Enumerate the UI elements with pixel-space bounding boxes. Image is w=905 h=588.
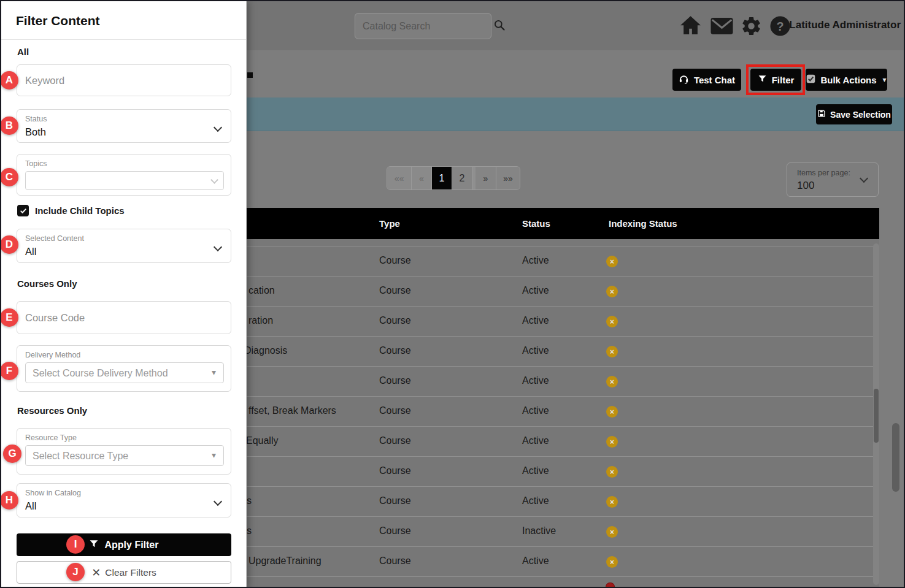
row-status: Active bbox=[522, 255, 549, 266]
resource-type-label: Resource Type bbox=[25, 433, 77, 442]
column-header-indexing-status: Indexing Status bbox=[609, 218, 677, 229]
items-per-page-select[interactable]: Items per page: 100 bbox=[787, 162, 879, 197]
chevron-down-icon bbox=[214, 243, 222, 251]
test-chat-button[interactable]: Test Chat bbox=[672, 69, 741, 91]
row-name-fragment: UpgradeTraining bbox=[248, 556, 322, 567]
pagination-last-button[interactable]: »» bbox=[496, 167, 520, 189]
table-row[interactable]: ffset, Break Markers Course Active × bbox=[247, 397, 879, 427]
pagination-page-1-button[interactable]: 1 bbox=[432, 167, 452, 189]
help-icon[interactable]: ? bbox=[769, 15, 791, 39]
resource-type-select[interactable]: Select Resource Type ▾ bbox=[25, 445, 224, 466]
row-status: Active bbox=[522, 495, 549, 506]
checkbox-checked-icon[interactable] bbox=[17, 205, 29, 216]
include-child-topics-checkbox-row[interactable]: Include Child Topics bbox=[17, 205, 125, 216]
table-row[interactable]: cation Course Active × bbox=[247, 277, 879, 307]
table-scrollbar-thumb[interactable] bbox=[874, 389, 879, 443]
table-row[interactable]: Diagnosis Course Active × bbox=[247, 337, 879, 367]
row-name-fragment: ration bbox=[248, 315, 273, 326]
topics-select[interactable] bbox=[25, 171, 224, 190]
table-row[interactable]: Course Active × bbox=[247, 246, 879, 277]
row-type: Course bbox=[379, 465, 411, 476]
row-status: Active bbox=[522, 405, 549, 416]
row-type: Course bbox=[379, 495, 411, 506]
checkbox-icon bbox=[806, 74, 815, 85]
bulk-actions-button[interactable]: Bulk Actions ▾ bbox=[806, 69, 887, 91]
selected-content-dropdown[interactable]: Selected Content All bbox=[17, 229, 231, 263]
row-type: Course bbox=[379, 405, 411, 416]
pagination: «« « 1 2 » »» bbox=[387, 166, 520, 190]
keyword-field[interactable] bbox=[17, 64, 231, 96]
show-in-catalog-dropdown[interactable]: Show in Catalog All bbox=[17, 483, 231, 517]
home-icon[interactable] bbox=[680, 15, 701, 38]
row-status: Active bbox=[522, 556, 549, 567]
indexing-not-indexed-icon: × bbox=[606, 496, 618, 508]
filter-funnel-icon bbox=[89, 539, 99, 551]
bulk-actions-label: Bulk Actions bbox=[820, 75, 876, 85]
row-status: Active bbox=[522, 375, 549, 386]
row-type: Course bbox=[379, 525, 411, 536]
table-row[interactable]: Course Active × bbox=[247, 367, 879, 397]
selected-content-value: All bbox=[25, 246, 36, 258]
indexing-not-indexed-icon: × bbox=[606, 316, 618, 327]
table-row[interactable]: Equally Course Active × bbox=[247, 427, 879, 457]
indexing-not-indexed-icon: × bbox=[606, 376, 618, 388]
chevron-down-icon bbox=[214, 497, 222, 506]
table-row[interactable]: ration Course Active × bbox=[247, 307, 879, 337]
delivery-method-select[interactable]: Select Course Delivery Method ▾ bbox=[25, 362, 224, 383]
items-per-page-value: 100 bbox=[797, 180, 814, 192]
catalog-search-input[interactable] bbox=[355, 21, 493, 32]
row-name-fragment: Equally bbox=[247, 435, 278, 446]
apply-filter-button[interactable]: Apply Filter bbox=[17, 533, 231, 556]
delivery-method-placeholder: Select Course Delivery Method bbox=[33, 368, 168, 379]
clear-filters-label: Clear Filters bbox=[105, 567, 156, 578]
keyword-input[interactable] bbox=[17, 65, 231, 96]
search-icon[interactable] bbox=[493, 19, 506, 34]
table-row[interactable]: s Course Inactive × bbox=[247, 517, 879, 547]
row-name-fragment: s bbox=[247, 525, 252, 536]
table-row[interactable]: s Course Active × bbox=[247, 487, 879, 517]
indexing-not-indexed-icon: × bbox=[606, 256, 618, 267]
course-code-field[interactable] bbox=[17, 301, 231, 334]
mail-icon[interactable] bbox=[711, 18, 733, 37]
page-scrollbar-thumb[interactable] bbox=[892, 423, 899, 492]
pagination-page-2-button[interactable]: 2 bbox=[452, 167, 472, 189]
table-row[interactable]: Course Active × bbox=[247, 457, 879, 487]
table-row-clipped-top bbox=[247, 239, 879, 246]
page-title-clipped-fragment bbox=[247, 72, 253, 78]
svg-text:?: ? bbox=[776, 20, 784, 33]
table-row[interactable]: UpgradeTraining Course Active × bbox=[247, 547, 879, 577]
indexing-not-indexed-icon: × bbox=[606, 346, 618, 357]
settings-gear-icon[interactable] bbox=[741, 15, 762, 39]
row-status: Active bbox=[522, 465, 549, 476]
chevron-down-icon bbox=[860, 174, 868, 183]
status-value: Both bbox=[25, 126, 46, 138]
headset-icon bbox=[679, 74, 689, 86]
dropdown-arrow-icon: ▾ bbox=[212, 450, 216, 460]
filter-button[interactable]: Filter bbox=[750, 69, 801, 91]
status-label: Status bbox=[25, 115, 47, 123]
clear-filters-button[interactable]: ✕ Clear Filters bbox=[17, 561, 231, 584]
resource-type-placeholder: Select Resource Type bbox=[33, 451, 128, 462]
table-row-partial-bottom bbox=[247, 577, 879, 587]
pagination-prev-button[interactable]: « bbox=[412, 167, 432, 189]
pagination-next-button[interactable]: » bbox=[476, 167, 496, 189]
selected-content-label: Selected Content bbox=[25, 234, 84, 243]
apply-filter-label: Apply Filter bbox=[104, 540, 158, 551]
filter-content-drawer: Filter Content All Status Both Topics In… bbox=[1, 1, 247, 588]
save-icon bbox=[817, 109, 826, 120]
save-selection-button[interactable]: Save Selection bbox=[816, 104, 892, 124]
section-label-all: All bbox=[17, 47, 29, 57]
delivery-method-field: Delivery Method Select Course Delivery M… bbox=[17, 345, 231, 392]
catalog-search-box[interactable] bbox=[355, 13, 491, 39]
pagination-first-button[interactable]: «« bbox=[387, 167, 412, 189]
row-name-fragment: s bbox=[247, 495, 252, 506]
status-dropdown[interactable]: Status Both bbox=[17, 109, 231, 143]
section-label-resources-only: Resources Only bbox=[17, 405, 87, 416]
chevron-down-icon bbox=[214, 123, 222, 132]
course-code-input[interactable] bbox=[17, 302, 231, 334]
items-per-page-label: Items per page: bbox=[797, 169, 850, 177]
save-selection-label: Save Selection bbox=[830, 110, 891, 120]
topics-field: Topics bbox=[17, 154, 231, 196]
row-status: Active bbox=[522, 345, 549, 356]
row-name-fragment: ffset, Break Markers bbox=[248, 405, 336, 416]
